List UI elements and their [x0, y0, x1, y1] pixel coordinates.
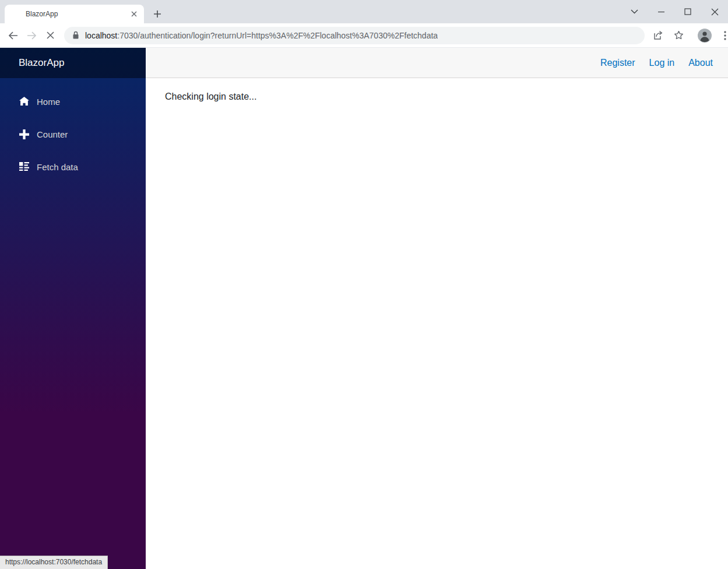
url-host: localhost — [85, 31, 117, 40]
tab-search-chevron-icon[interactable] — [621, 0, 648, 23]
register-link[interactable]: Register — [600, 58, 635, 68]
toolbar-right-icons — [648, 26, 728, 45]
sidebar-item-label: Home — [37, 97, 60, 107]
close-window-button[interactable] — [701, 0, 728, 23]
home-icon — [19, 96, 29, 107]
login-link[interactable]: Log in — [649, 58, 675, 68]
lock-icon[interactable] — [72, 31, 79, 40]
window-controls — [621, 0, 728, 23]
login-state-message: Checking login state... — [165, 92, 709, 102]
main-area: Register Log in About Checking login sta… — [146, 48, 728, 569]
page-body: BlazorApp Home Counter — [0, 48, 728, 569]
forward-button[interactable] — [22, 26, 41, 45]
maximize-button[interactable] — [674, 0, 701, 23]
sidebar-item-home[interactable]: Home — [0, 87, 146, 115]
url-path: :7030/authentication/login?returnUrl=htt… — [117, 31, 438, 40]
plus-icon — [19, 129, 29, 139]
sidebar-nav: Home Counter Fetch data — [0, 78, 146, 185]
address-bar[interactable]: localhost:7030/authentication/login?retu… — [64, 27, 645, 44]
status-bar-link-preview: https://localhost:7030/fetchdata — [0, 556, 108, 569]
browser-tab[interactable]: BlazorApp — [5, 5, 144, 23]
browser-menu-icon[interactable] — [716, 26, 728, 45]
stop-button[interactable] — [41, 26, 59, 45]
new-tab-button[interactable] — [149, 6, 166, 22]
tab-title: BlazorApp — [26, 10, 129, 18]
sidebar-brand-row: BlazorApp — [0, 48, 146, 78]
url-text: localhost:7030/authentication/login?retu… — [85, 31, 438, 40]
tab-close-icon[interactable] — [129, 9, 139, 19]
bookmark-star-icon[interactable] — [669, 26, 688, 45]
back-button[interactable] — [3, 26, 22, 45]
list-rich-icon — [19, 161, 29, 172]
sidebar-item-counter[interactable]: Counter — [0, 120, 146, 148]
browser-toolbar: localhost:7030/authentication/login?retu… — [0, 23, 728, 48]
about-link[interactable]: About — [688, 58, 713, 68]
minimize-button[interactable] — [648, 0, 674, 23]
sidebar-item-label: Fetch data — [37, 162, 78, 172]
profile-avatar[interactable] — [695, 26, 715, 45]
share-icon[interactable] — [649, 26, 668, 45]
browser-titlebar: BlazorApp — [0, 0, 728, 23]
sidebar: BlazorApp Home Counter — [0, 48, 146, 569]
page-content: Checking login state... — [146, 78, 728, 115]
app-brand-link[interactable]: BlazorApp — [19, 57, 64, 69]
top-row: Register Log in About — [146, 48, 728, 78]
sidebar-item-label: Counter — [37, 129, 68, 139]
sidebar-item-fetch-data[interactable]: Fetch data — [0, 153, 146, 181]
